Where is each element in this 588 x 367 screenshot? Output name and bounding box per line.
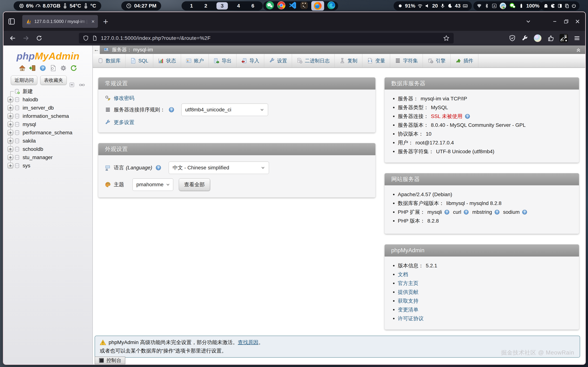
- tree-expander-icon[interactable]: +: [8, 105, 13, 111]
- workspace-button-3[interactable]: 3: [216, 2, 228, 9]
- server-tab-charset[interactable]: 字符集: [390, 54, 423, 67]
- view-all-themes-button[interactable]: 查看全部: [179, 178, 210, 191]
- ghost-icon[interactable]: [544, 3, 548, 8]
- tree-item-label[interactable]: mysql: [23, 121, 36, 127]
- pma-link[interactable]: 官方主页: [398, 280, 418, 287]
- server-tab-settings[interactable]: 设置: [264, 54, 292, 67]
- workspace-button-2[interactable]: 2: [202, 3, 209, 9]
- display-icon[interactable]: [557, 3, 562, 8]
- page-info-icon[interactable]: [92, 35, 98, 41]
- wechat-tray-icon[interactable]: [509, 2, 516, 9]
- tree-item-label[interactable]: performance_schema: [23, 130, 72, 136]
- browser-tab[interactable]: PMA 127.0.0.1:5000 / mysql-im | p ×: [22, 15, 98, 28]
- home-icon[interactable]: [19, 65, 26, 72]
- tree-item-label[interactable]: schooldb: [23, 146, 43, 152]
- tree-item-label[interactable]: im_server_db: [23, 105, 54, 111]
- find-reason-link[interactable]: 查找原因: [238, 340, 258, 345]
- tree-expander-icon[interactable]: +: [8, 146, 13, 152]
- minimize-button[interactable]: [551, 18, 558, 25]
- dock-app-terminal[interactable]: [300, 1, 308, 11]
- server-tab-variables[interactable]: 变量: [362, 54, 390, 67]
- workspace-button-4[interactable]: 4: [235, 3, 242, 9]
- pma-link[interactable]: 提供贡献: [398, 289, 418, 296]
- settings-gear-icon[interactable]: [60, 65, 67, 72]
- power-icon[interactable]: [571, 3, 576, 8]
- tree-expander-icon[interactable]: +: [8, 130, 13, 135]
- server-tab-binlog[interactable]: 二进制日志: [292, 54, 335, 67]
- back-button[interactable]: [8, 33, 17, 43]
- tree-expander-icon[interactable]: +: [8, 155, 13, 160]
- dock-app-wechat[interactable]: [266, 1, 274, 11]
- extension-thumb-icon[interactable]: [547, 35, 554, 42]
- server-tab-plugin[interactable]: 插件: [450, 54, 478, 67]
- tree-expander-icon[interactable]: +: [8, 121, 13, 127]
- wrench-extension-icon[interactable]: [521, 35, 528, 42]
- pma-link[interactable]: 变更清单: [398, 306, 418, 313]
- help-icon[interactable]: ?: [463, 209, 469, 215]
- url-text[interactable]: 127.0.0.1:5000/index.php?route=/&route=%…: [101, 35, 440, 41]
- tab-list-chevron-icon[interactable]: [525, 18, 532, 25]
- more-settings-link[interactable]: 更多设置: [114, 119, 134, 126]
- language-select[interactable]: 中文 - Chinese simplified: [169, 161, 269, 174]
- dock-app-chrome[interactable]: [277, 1, 285, 11]
- server-tab-database[interactable]: 数据库: [93, 54, 126, 67]
- help-icon[interactable]: ?: [465, 114, 470, 119]
- night-light-icon[interactable]: [447, 3, 453, 8]
- refresh-icon[interactable]: [70, 65, 77, 72]
- collation-select[interactable]: utf8mb4_unicode_ci: [181, 103, 268, 116]
- server-tab-account[interactable]: 账户: [181, 54, 209, 67]
- menu-hamburger-icon[interactable]: [573, 35, 580, 42]
- server-tab-import[interactable]: 导入: [236, 54, 264, 67]
- favorite-tables-button[interactable]: 表收藏夹: [40, 75, 67, 85]
- keyboard-icon[interactable]: [463, 3, 468, 8]
- reload-button[interactable]: [34, 33, 44, 43]
- phpmyadmin-logo[interactable]: phpMyAdmin: [3, 50, 92, 62]
- privacy-shield-icon[interactable]: [509, 35, 516, 42]
- help-icon[interactable]: ?: [494, 209, 500, 215]
- tree-item-label[interactable]: halodb: [23, 97, 38, 103]
- tree-expander-icon[interactable]: +: [8, 113, 13, 119]
- close-button[interactable]: [574, 18, 581, 25]
- collation-help-icon[interactable]: ?: [168, 107, 174, 113]
- server-tab-engine[interactable]: 引擎: [423, 54, 450, 67]
- server-tab-sql[interactable]: SQL: [126, 54, 153, 67]
- docs-icon[interactable]: [50, 65, 57, 72]
- help-icon[interactable]: ?: [444, 209, 450, 215]
- pma-link[interactable]: 许可证协议: [398, 315, 424, 322]
- dock-app-vscode[interactable]: [288, 1, 297, 11]
- bookmark-star-icon[interactable]: [443, 35, 450, 42]
- tree-item-label[interactable]: stu_manager: [23, 155, 52, 160]
- server-tab-status[interactable]: 状态: [153, 54, 181, 67]
- wifi-icon[interactable]: [417, 3, 423, 8]
- tree-item-label[interactable]: information_schema: [23, 113, 69, 119]
- restore-button[interactable]: [562, 18, 570, 25]
- server-tab-export[interactable]: 导出: [209, 54, 236, 67]
- forward-button[interactable]: [21, 33, 31, 43]
- pacman-icon[interactable]: [551, 3, 555, 8]
- tree-expander-icon[interactable]: +: [8, 163, 13, 168]
- tree-expander-icon[interactable]: +: [8, 138, 13, 144]
- recent-tables-button[interactable]: 近期访问: [11, 75, 37, 85]
- bluetooth-icon[interactable]: [484, 3, 489, 8]
- firefox-view-icon[interactable]: [8, 17, 16, 25]
- language-help-icon[interactable]: ?: [156, 165, 161, 171]
- help-icon[interactable]: ?: [522, 209, 527, 215]
- dock-app-edge[interactable]: [327, 1, 336, 11]
- input-method-icon[interactable]: A: [492, 3, 497, 8]
- shield-icon[interactable]: [83, 35, 89, 41]
- tree-item-label[interactable]: 新建: [23, 88, 33, 95]
- volume-icon[interactable]: [425, 3, 430, 8]
- workspace-button-6[interactable]: 6: [249, 3, 257, 9]
- tree-item-label[interactable]: sakila: [23, 138, 36, 144]
- workspace-button-1[interactable]: 1: [188, 3, 195, 9]
- server-tab-replication[interactable]: 复制: [335, 54, 362, 67]
- new-tab-button[interactable]: +: [103, 17, 108, 27]
- microphone-icon[interactable]: [440, 3, 445, 8]
- wifi-tray-icon[interactable]: [477, 3, 482, 8]
- user-avatar-tray-icon[interactable]: [499, 2, 507, 9]
- dock-app-firefox[interactable]: [311, 1, 324, 11]
- console-toggle[interactable]: 控制台: [95, 357, 125, 364]
- sidebar-collapse-arrow[interactable]: ←: [93, 45, 100, 54]
- account-avatar[interactable]: [534, 34, 542, 42]
- scroll-top-icon[interactable]: [575, 47, 582, 53]
